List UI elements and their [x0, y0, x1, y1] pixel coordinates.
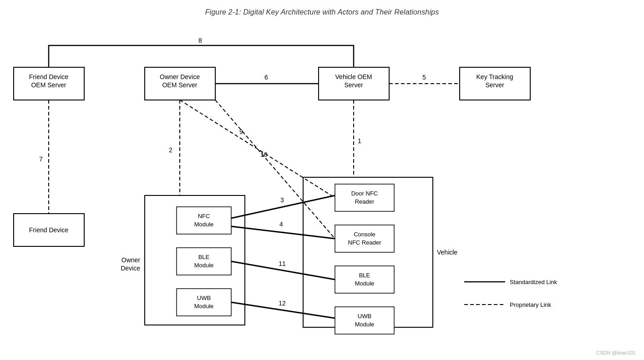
svg-text:NFC: NFC [198, 213, 210, 220]
svg-text:Friend Device: Friend Device [29, 73, 69, 80]
svg-text:8: 8 [198, 37, 202, 44]
legend-standardized-label: Standardized Link [510, 279, 558, 285]
svg-text:UWB: UWB [197, 295, 211, 301]
svg-text:Owner Device: Owner Device [160, 73, 200, 80]
svg-text:11: 11 [279, 260, 286, 267]
svg-text:Module: Module [194, 221, 214, 228]
svg-text:Module: Module [194, 303, 214, 310]
svg-rect-34 [335, 266, 394, 293]
svg-text:UWB: UWB [358, 313, 371, 320]
svg-text:Console: Console [354, 231, 375, 238]
svg-text:OEM Server: OEM Server [31, 81, 66, 89]
svg-text:Module: Module [194, 262, 214, 269]
svg-line-51 [180, 100, 335, 198]
svg-text:Friend Device: Friend Device [29, 226, 69, 234]
svg-text:Device: Device [121, 265, 140, 272]
svg-text:Vehicle OEM: Vehicle OEM [335, 73, 372, 80]
svg-text:NFC Reader: NFC Reader [348, 239, 382, 246]
svg-text:Server: Server [344, 81, 363, 89]
svg-text:6: 6 [264, 74, 268, 81]
svg-text:Door NFC: Door NFC [351, 190, 378, 197]
svg-text:Vehicle: Vehicle [437, 249, 457, 256]
page-container: Figure 2-1: Digital Key Architecture wit… [0, 0, 644, 360]
svg-text:Owner: Owner [122, 256, 141, 264]
svg-text:12: 12 [279, 300, 286, 307]
svg-text:4: 4 [279, 220, 283, 228]
legend-proprietary-label: Proprietary Link [510, 301, 552, 308]
svg-text:5: 5 [422, 74, 426, 81]
svg-text:Module: Module [355, 321, 375, 328]
svg-rect-20 [177, 248, 231, 275]
svg-text:1: 1 [358, 137, 361, 145]
svg-text:Key Tracking: Key Tracking [477, 73, 513, 80]
svg-text:7: 7 [39, 155, 43, 163]
diagram: Friend Device OEM Server Owner Device OE… [0, 0, 644, 360]
svg-text:10: 10 [260, 151, 268, 158]
svg-rect-17 [177, 207, 231, 234]
svg-text:BLE: BLE [198, 254, 210, 260]
svg-text:Server: Server [485, 81, 504, 89]
svg-rect-37 [335, 307, 394, 334]
svg-rect-23 [177, 289, 231, 316]
svg-text:3: 3 [280, 196, 284, 204]
svg-text:BLE: BLE [359, 272, 370, 279]
svg-text:OEM Server: OEM Server [162, 81, 197, 89]
svg-text:Reader: Reader [355, 198, 375, 205]
watermark: CSDN @linan101 [596, 350, 636, 355]
svg-text:Module: Module [355, 280, 375, 287]
svg-rect-31 [335, 225, 394, 252]
svg-text:2: 2 [169, 146, 172, 154]
svg-rect-28 [335, 184, 394, 211]
